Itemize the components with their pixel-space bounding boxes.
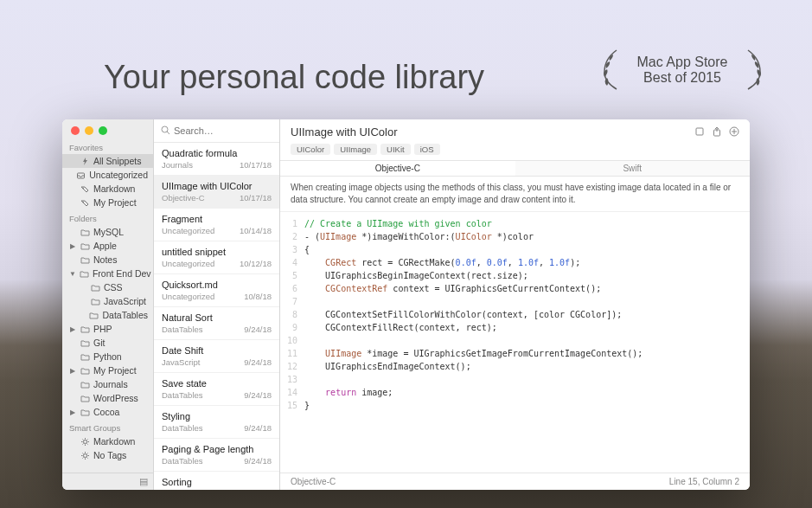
- svg-point-4: [83, 453, 86, 457]
- snippet-cell[interactable]: Natural SortDataTables9/24/18: [154, 307, 279, 340]
- sidebar-item[interactable]: ▶PHP: [62, 322, 153, 336]
- code-line[interactable]: 9 CGContextFillRect(context, rect);: [280, 321, 750, 334]
- disclosure-icon[interactable]: ▼: [69, 270, 76, 278]
- code-line[interactable]: 13: [280, 373, 750, 386]
- snippet-cell[interactable]: StylingDataTables9/24/18: [154, 406, 279, 439]
- sidebar-item[interactable]: WordPress: [62, 391, 153, 405]
- gear-icon: [80, 436, 90, 447]
- snippet-cell[interactable]: Quicksort.mdUncategorized10/8/18: [154, 274, 279, 307]
- sidebar-settings-icon[interactable]: ▤: [139, 476, 148, 487]
- maximize-button[interactable]: [99, 126, 107, 135]
- minimize-button[interactable]: [85, 126, 93, 135]
- sidebar-item-label: All Snippets: [93, 156, 141, 166]
- sidebar-item[interactable]: DataTables: [62, 308, 153, 322]
- code-line[interactable]: 7: [280, 295, 750, 308]
- disclosure-icon[interactable]: ▶: [69, 325, 76, 333]
- snippet-cell[interactable]: SortingDataTables: [154, 472, 279, 490]
- snippet-description[interactable]: When creating image objects using the me…: [280, 177, 750, 212]
- snippet-cell[interactable]: Quadratic formulaJournals10/17/18: [154, 143, 279, 176]
- snippet-cell[interactable]: Save stateDataTables9/24/18: [154, 373, 279, 406]
- line-number: 12: [280, 360, 304, 373]
- tag[interactable]: iOS: [414, 144, 440, 155]
- code-line[interactable]: 8 CGContextSetFillColorWithColor(context…: [280, 308, 750, 321]
- sidebar-item[interactable]: ▼Front End Dev: [62, 267, 153, 280]
- snippet-cell[interactable]: Date ShiftJavaScript9/24/18: [154, 340, 279, 373]
- folder-icon: [80, 393, 90, 403]
- code-line[interactable]: 5 UIGraphicsBeginImageContext(rect.size)…: [280, 269, 750, 282]
- line-number: 11: [280, 347, 304, 360]
- snippet-cell-title: Sorting: [162, 477, 272, 487]
- code-line[interactable]: 12 UIGraphicsEndImageContext();: [280, 360, 750, 373]
- tag-row: UIColorUIImageUIKitiOS: [280, 142, 750, 160]
- sidebar-item-label: My Project: [93, 365, 137, 376]
- svg-point-3: [83, 440, 86, 443]
- sidebar-item-label: Uncategorized: [89, 170, 148, 180]
- code-line[interactable]: 6 CGContextRef context = UIGraphicsGetCu…: [280, 282, 750, 295]
- copy-button[interactable]: [694, 126, 705, 138]
- snippet-cell-date: 9/24/18: [244, 390, 272, 400]
- sidebar-item[interactable]: ▶Apple: [62, 239, 153, 253]
- sidebar-item[interactable]: No Tags: [62, 448, 153, 462]
- line-number: 13: [280, 373, 304, 386]
- sidebar-item[interactable]: Markdown: [62, 182, 153, 196]
- sidebar-item[interactable]: Markdown: [62, 434, 153, 448]
- snippet-cell[interactable]: untitled snippetUncategorized10/12/18: [154, 241, 279, 274]
- sidebar-item-label: Git: [93, 338, 105, 348]
- sidebar-item[interactable]: ▶Cocoa: [62, 405, 153, 419]
- sidebar-section-header: Smart Groups: [62, 419, 153, 434]
- sidebar-item[interactable]: All Snippets: [62, 154, 153, 168]
- language-tab[interactable]: Objective-C: [280, 161, 515, 176]
- sidebar-item[interactable]: Journals: [62, 377, 153, 391]
- language-tab[interactable]: Swift: [515, 161, 751, 176]
- snippet-cell-title: Quadratic formula: [162, 148, 272, 158]
- snippet-cell[interactable]: UIImage with UIColorObjective-C10/17/18: [154, 176, 279, 209]
- code-line[interactable]: 3{: [280, 243, 750, 256]
- add-variant-button[interactable]: [729, 126, 739, 138]
- sidebar-item-label: Markdown: [93, 436, 135, 447]
- svg-point-1: [82, 187, 84, 189]
- snippet-cell-title: UIImage with UIColor: [162, 181, 272, 191]
- sidebar-item[interactable]: Uncategorized: [62, 168, 153, 182]
- tag-icon: [80, 197, 90, 208]
- snippet-cell-category: DataTables: [162, 325, 203, 334]
- snippet-cell-category: DataTables: [162, 489, 203, 490]
- disclosure-icon[interactable]: ▶: [69, 367, 76, 375]
- laurel-right-icon: [741, 46, 767, 93]
- sidebar-footer: ▤: [62, 473, 153, 490]
- line-number: 9: [280, 321, 304, 334]
- laurel-line1: Mac App Store: [604, 42, 760, 70]
- snippet-cell-title: Date Shift: [162, 345, 272, 356]
- share-button[interactable]: [712, 126, 722, 138]
- sidebar-item[interactable]: Python: [62, 350, 153, 363]
- sidebar-item[interactable]: CSS: [62, 280, 153, 294]
- tag[interactable]: UIImage: [334, 144, 377, 155]
- sidebar-item[interactable]: My Project: [62, 196, 153, 209]
- search-bar: +: [154, 119, 279, 143]
- search-input[interactable]: [174, 125, 293, 136]
- line-number: 5: [280, 269, 304, 282]
- code-line[interactable]: 10: [280, 334, 750, 347]
- snippet-list[interactable]: Quadratic formulaJournals10/17/18UIImage…: [154, 143, 279, 490]
- sidebar-item[interactable]: Git: [62, 336, 153, 350]
- code-line[interactable]: 2- (UIImage *)imageWithColor:(UIColor *)…: [280, 230, 750, 243]
- snippet-cell[interactable]: FragmentUncategorized10/14/18: [154, 209, 279, 241]
- folder-icon: [80, 268, 89, 279]
- code-editor[interactable]: 1// Create a UIImage with given color2- …: [280, 212, 750, 473]
- code-line[interactable]: 14 return image;: [280, 386, 750, 399]
- code-line[interactable]: 15}: [280, 399, 750, 412]
- disclosure-icon[interactable]: ▶: [69, 242, 76, 250]
- disclosure-icon[interactable]: ▶: [69, 408, 76, 416]
- code-line[interactable]: 4 CGRect rect = CGRectMake(0.0f, 0.0f, 1…: [280, 256, 750, 269]
- tag[interactable]: UIKit: [380, 144, 411, 155]
- sidebar-item[interactable]: Notes: [62, 253, 153, 267]
- sidebar-item[interactable]: MySQL: [62, 225, 153, 239]
- footer-language[interactable]: Objective-C: [291, 477, 336, 486]
- code-line[interactable]: 11 UIImage *image = UIGraphicsGetImageFr…: [280, 347, 750, 360]
- tag[interactable]: UIColor: [291, 144, 330, 155]
- snippet-cell[interactable]: Paging & Page lengthDataTables9/24/18: [154, 439, 279, 472]
- sidebar-item[interactable]: ▶My Project: [62, 363, 153, 377]
- snippet-title[interactable]: UIImage with UIColor: [291, 125, 398, 138]
- close-button[interactable]: [71, 126, 80, 135]
- code-line[interactable]: 1// Create a UIImage with given color: [280, 217, 750, 230]
- sidebar-item[interactable]: JavaScript: [62, 294, 153, 308]
